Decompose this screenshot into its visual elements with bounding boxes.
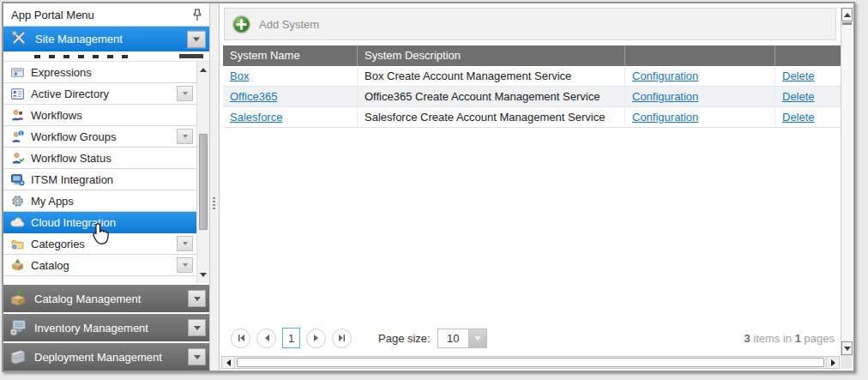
chevron-down-icon[interactable] xyxy=(469,329,486,347)
scroll-up-icon[interactable] xyxy=(197,63,209,76)
add-circle-icon xyxy=(232,15,251,34)
panel-splitter[interactable] xyxy=(210,3,219,371)
configuration-link[interactable]: Configuration xyxy=(632,90,698,103)
sidebar-section-inventory-management[interactable]: Inventory Management xyxy=(3,314,209,341)
system-description: Office365 Create Account Management Serv… xyxy=(357,87,624,106)
clipped-text-marks xyxy=(34,55,136,58)
item-dropdown-button[interactable] xyxy=(177,129,193,144)
previous-page-button[interactable] xyxy=(256,329,276,348)
sidebar-item-label: Workflows xyxy=(31,109,82,122)
last-page-button[interactable] xyxy=(332,329,352,348)
sidebar-item-catalog[interactable]: Catalog xyxy=(3,255,196,276)
column-header-delete xyxy=(775,45,841,66)
sidebar-item-label: Cloud Integration xyxy=(31,216,116,229)
first-page-button[interactable] xyxy=(231,329,250,348)
column-header-system-name[interactable]: System Name xyxy=(223,45,357,66)
inventory-management-icon xyxy=(9,318,27,337)
delete-link[interactable]: Delete xyxy=(782,90,815,103)
sidebar-item-categories[interactable]: Categories xyxy=(3,233,196,255)
sidebar-item-workflow-status[interactable]: Workflow Status xyxy=(3,148,196,169)
sidebar: App Portal Menu Site Management xyxy=(3,3,210,371)
sidebar-item-expressions[interactable]: Expressions xyxy=(3,62,196,83)
itsm-integration-icon xyxy=(9,172,25,187)
sidebar-item-workflows[interactable]: Workflows xyxy=(3,105,196,126)
add-system-button[interactable]: Add System xyxy=(232,15,319,34)
cloud-icon xyxy=(9,214,25,230)
active-directory-icon xyxy=(9,86,25,101)
sidebar-item-label: My Apps xyxy=(31,195,74,208)
system-name-link[interactable]: Box xyxy=(230,69,249,82)
add-system-label: Add System xyxy=(259,18,319,31)
configuration-link[interactable]: Configuration xyxy=(632,69,698,82)
scroll-right-icon[interactable] xyxy=(826,357,839,368)
catalog-icon xyxy=(9,257,25,273)
sidebar-item-label: Active Directory xyxy=(31,87,109,100)
page-size-value: 10 xyxy=(438,329,469,347)
horizontal-scrollbar[interactable] xyxy=(221,356,840,369)
delete-link[interactable]: Delete xyxy=(782,69,815,82)
system-name-link[interactable]: Office365 xyxy=(230,90,277,103)
pagination-bar: 1 Page size: 10 3 items in 1 pages xyxy=(224,322,840,354)
clipped-list-item xyxy=(3,51,209,62)
section-dropdown-button[interactable] xyxy=(188,348,206,365)
sidebar-section-deployment-management[interactable]: Deployment Management xyxy=(3,343,209,371)
sidebar-item-cloud-integration[interactable]: Cloud Integration xyxy=(3,212,196,233)
horizontal-scrollbar-thumb[interactable] xyxy=(237,358,824,367)
sidebar-item-workflow-groups[interactable]: Workflow Groups xyxy=(3,126,196,148)
sidebar-section-site-management[interactable]: Site Management xyxy=(3,27,209,51)
deployment-management-icon xyxy=(9,347,27,366)
sidebar-item-label: Workflow Status xyxy=(31,152,112,165)
sidebar-section-catalog-management[interactable]: Catalog Management xyxy=(3,285,209,312)
column-header-system-description[interactable]: System Description xyxy=(357,45,624,66)
section-dropdown-button[interactable] xyxy=(188,290,206,307)
vertical-scrollbar-thumb[interactable] xyxy=(842,22,852,25)
pin-icon[interactable] xyxy=(191,9,203,22)
main-panel: Add System System Name System Descriptio… xyxy=(219,3,853,371)
sidebar-item-label: Categories xyxy=(31,238,85,250)
expressions-icon xyxy=(9,64,25,80)
sidebar-item-label: Workflow Groups xyxy=(31,130,116,143)
section-dropdown-button[interactable] xyxy=(187,30,206,48)
table-row: Office365 Office365 Create Account Manag… xyxy=(223,87,841,107)
scroll-up-icon[interactable] xyxy=(841,8,853,21)
scrollbar-corner xyxy=(841,355,853,369)
categories-icon xyxy=(9,236,25,251)
sidebar-scrollbar-thumb[interactable] xyxy=(199,134,208,230)
sidebar-item-active-directory[interactable]: Active Directory xyxy=(3,83,196,105)
item-dropdown-button[interactable] xyxy=(177,257,193,273)
current-page-button[interactable]: 1 xyxy=(282,328,300,348)
column-header-configuration xyxy=(624,45,775,66)
workflow-status-icon xyxy=(9,150,25,166)
sidebar-scrollbar[interactable] xyxy=(196,62,209,283)
scroll-down-icon[interactable] xyxy=(197,268,209,281)
item-dropdown-button[interactable] xyxy=(177,86,193,101)
vertical-scrollbar[interactable] xyxy=(841,8,853,355)
my-apps-icon xyxy=(9,193,25,208)
sidebar-item-my-apps[interactable]: My Apps xyxy=(3,190,196,212)
page-size-label: Page size: xyxy=(378,332,431,345)
configuration-link[interactable]: Configuration xyxy=(632,111,698,124)
sidebar-section-label: Site Management xyxy=(35,33,123,45)
item-dropdown-button[interactable] xyxy=(177,236,193,251)
scroll-down-icon[interactable] xyxy=(841,341,853,355)
systems-grid: System Name System Description Box Box C… xyxy=(223,45,841,128)
system-description: Box Create Account Management Service xyxy=(357,66,624,86)
sidebar-item-itsm-integration[interactable]: ITSM Integration xyxy=(3,169,196,190)
page-size-dropdown[interactable]: 10 xyxy=(437,329,487,348)
next-page-button[interactable] xyxy=(306,329,326,348)
catalog-management-icon xyxy=(9,289,27,308)
table-row: Salesforce Salesforce Create Account Man… xyxy=(223,107,841,128)
sidebar-item-label: Expressions xyxy=(31,66,92,79)
sidebar-item-label: ITSM Integration xyxy=(31,173,113,186)
section-dropdown-button[interactable] xyxy=(188,319,206,336)
system-name-link[interactable]: Salesforce xyxy=(230,111,282,124)
sidebar-item-label: Catalog xyxy=(31,259,69,272)
scroll-left-icon[interactable] xyxy=(222,357,235,368)
clipped-button-edge xyxy=(179,54,203,58)
delete-link[interactable]: Delete xyxy=(782,111,815,124)
table-row: Box Box Create Account Management Servic… xyxy=(223,66,841,87)
items-count-status: 3 items in 1 pages xyxy=(744,332,840,345)
sidebar-titlebar: App Portal Menu xyxy=(3,3,209,27)
splitter-grip-icon[interactable] xyxy=(213,197,215,209)
sidebar-section-label: Inventory Management xyxy=(34,322,148,335)
